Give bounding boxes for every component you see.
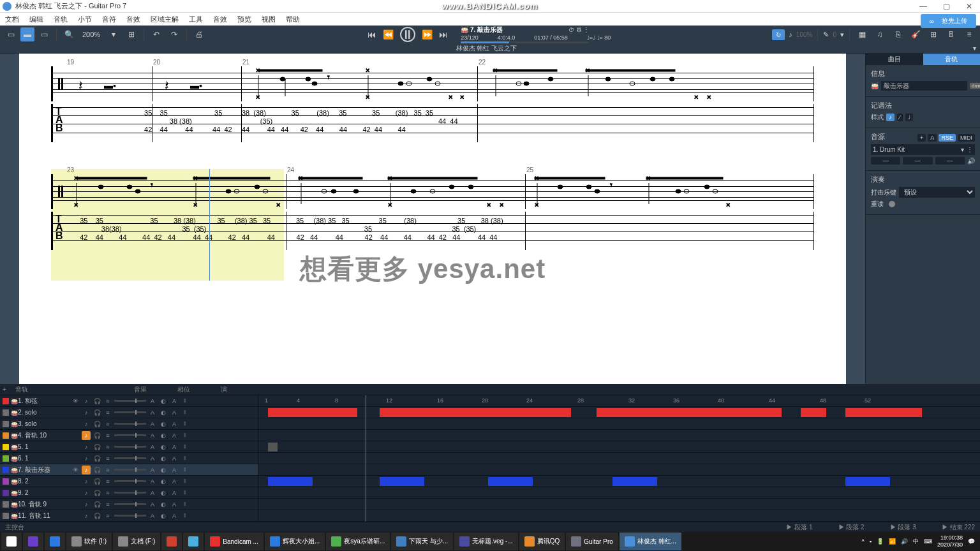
visibility-toggle[interactable] [71, 477, 80, 486]
solo-button[interactable]: ♪ [82, 489, 91, 497]
pan-knob[interactable]: ◐ [159, 454, 168, 463]
eq-button[interactable]: ≡ [103, 477, 112, 486]
solo-button[interactable]: ♪ [82, 454, 91, 463]
track-row[interactable]: 🥁 2. solo ♪ 🎧 ≡ A ◐ A ⦀ [0, 407, 258, 418]
track-name-input[interactable] [881, 81, 967, 91]
pan-knob[interactable]: ◐ [159, 408, 168, 417]
note-duration-icon[interactable]: ♪ [789, 31, 792, 38]
solo-button[interactable]: ♪ [82, 397, 91, 406]
clock[interactable]: 19:00:382020/7/30 [937, 534, 963, 548]
solo-button[interactable]: ♪ [82, 408, 91, 417]
mute-button[interactable]: 🎧 [93, 500, 101, 509]
visibility-toggle[interactable] [71, 408, 80, 417]
close-button[interactable]: ✕ [961, 1, 977, 12]
pan-knob[interactable]: ◐ [159, 397, 168, 406]
chevron-down-icon[interactable]: ▾ [973, 43, 976, 54]
sound-menu[interactable]: ⋮ [967, 146, 973, 153]
clip[interactable] [845, 408, 922, 417]
redo-button[interactable]: ↷ [167, 27, 181, 41]
eq-button[interactable]: ≡ [103, 489, 112, 497]
solo-button[interactable]: ♪ [82, 443, 91, 452]
clip[interactable] [268, 408, 357, 417]
timeline[interactable]: 1481216202428323640444852 [258, 395, 980, 522]
timeline-track[interactable] [258, 453, 980, 464]
tray-icon[interactable]: ▪ [870, 538, 872, 545]
eq-slot-2[interactable]: — [903, 157, 932, 165]
timeline-track[interactable] [258, 476, 980, 487]
taskbar-item[interactable]: 腾讯QQ [519, 533, 565, 550]
taskbar-item[interactable]: 下雨天 与少... [391, 533, 453, 550]
volume-slider[interactable] [114, 515, 146, 517]
automation-b[interactable]: A [170, 489, 179, 497]
pan-knob[interactable]: ◐ [159, 511, 168, 520]
menu-note[interactable]: 音符 [100, 13, 119, 26]
mute-button[interactable]: 🎧 [93, 408, 101, 417]
track-row[interactable]: 🥁 3. solo ♪ 🎧 ≡ A ◐ A ⦀ [0, 418, 258, 430]
eq-button[interactable]: ≡ [103, 408, 112, 417]
panel-btn-6[interactable]: 🎚 [944, 27, 958, 41]
settings-icon[interactable]: ⚙ [576, 26, 582, 33]
visibility-toggle[interactable] [71, 431, 80, 440]
volume-slider[interactable] [114, 400, 146, 402]
clip[interactable] [597, 408, 782, 417]
master-label[interactable]: 主控台 [5, 523, 24, 532]
menu-bar[interactable]: 小节 [75, 13, 94, 26]
taskbar-item[interactable]: 软件 (I:) [66, 533, 112, 550]
play-pause-button[interactable]: ⏸ [400, 27, 415, 42]
add-sound-button[interactable]: + [917, 134, 926, 142]
automation-b[interactable]: A [170, 477, 179, 486]
menu-section[interactable]: 区域主解 [148, 13, 181, 26]
pan-knob[interactable]: ◐ [159, 443, 168, 452]
automation-a[interactable]: A [148, 408, 157, 417]
sound-dropdown[interactable]: ▾ [961, 146, 964, 153]
eq-button[interactable]: ≡ [103, 466, 112, 474]
output-icon[interactable]: ⦀ [181, 500, 189, 509]
taskbar-item[interactable] [183, 533, 204, 550]
taskbar-item[interactable]: Guitar Pro [566, 533, 618, 550]
tray-chevron[interactable]: ^ [862, 538, 865, 545]
visibility-toggle[interactable] [71, 489, 80, 497]
timeline-track[interactable] [258, 430, 980, 441]
system-tray[interactable]: ^ ▪ 🔋 📶 🔊 中 ⌨ 19:00:382020/7/30 💬 [862, 534, 979, 548]
track-row[interactable]: 🥁 4. 音轨 10 ♪ 🎧 ≡ A ◐ A ⦀ [0, 430, 258, 441]
visibility-toggle[interactable]: 👁 [71, 466, 80, 474]
visibility-toggle[interactable]: 👁 [71, 397, 80, 406]
taskbar-item[interactable] [161, 533, 182, 550]
output-icon[interactable]: ⦀ [181, 420, 189, 429]
panel-btn-3[interactable]: ⎘ [891, 27, 905, 41]
visibility-toggle[interactable] [71, 511, 80, 520]
tab-track[interactable]: 音轨 [923, 54, 981, 65]
eq-slot-1[interactable]: — [871, 157, 900, 165]
timeline-track[interactable] [258, 441, 980, 453]
taskbar-item[interactable] [1, 533, 22, 550]
notation-slash[interactable]: ⁄ [897, 114, 903, 121]
menu-tools[interactable]: 工具 [186, 13, 205, 26]
eq-button[interactable]: ≡ [103, 511, 112, 520]
automation-a[interactable]: A [148, 466, 157, 474]
mute-button[interactable]: 🎧 [93, 489, 101, 497]
clip[interactable] [268, 443, 278, 452]
volume-slider[interactable] [114, 457, 146, 459]
menu-sound[interactable]: 音效 [211, 13, 230, 26]
solo-button[interactable]: ♪ [82, 511, 91, 520]
panel-btn-1[interactable]: ▦ [855, 27, 869, 41]
timeline-track[interactable] [258, 510, 980, 522]
automation-a[interactable]: A [148, 511, 157, 520]
automation-b[interactable]: A [170, 500, 179, 509]
taskbar-item[interactable]: 无标题.veg -... [454, 533, 517, 550]
pan-knob[interactable]: ◐ [159, 420, 168, 429]
progress-bar[interactable] [461, 41, 588, 43]
eq-slot-3[interactable]: — [935, 157, 965, 165]
track-row[interactable]: 🥁 1. 和弦 👁 ♪ 🎧 ≡ A ◐ A ⦀ [0, 395, 258, 407]
mute-button[interactable]: 🎧 [93, 420, 101, 429]
strike-select[interactable]: 预设 [899, 187, 975, 198]
output-icon[interactable]: ⦀ [181, 466, 189, 474]
mute-button[interactable]: 🎧 [93, 477, 101, 486]
score-area[interactable]: 想看更多 yesya.net 19 20 21 22 𝄽 ▬▪ 𝄽 ▬▪ [0, 54, 865, 384]
output-icon[interactable]: ⦀ [181, 408, 189, 417]
repeat-toggle[interactable] [889, 201, 895, 207]
automation-a[interactable]: A [148, 454, 157, 463]
panel-btn-5[interactable]: ⊞ [926, 27, 940, 41]
tray-icon[interactable]: 🔋 [877, 538, 884, 545]
eq-button[interactable]: ≡ [103, 443, 112, 452]
